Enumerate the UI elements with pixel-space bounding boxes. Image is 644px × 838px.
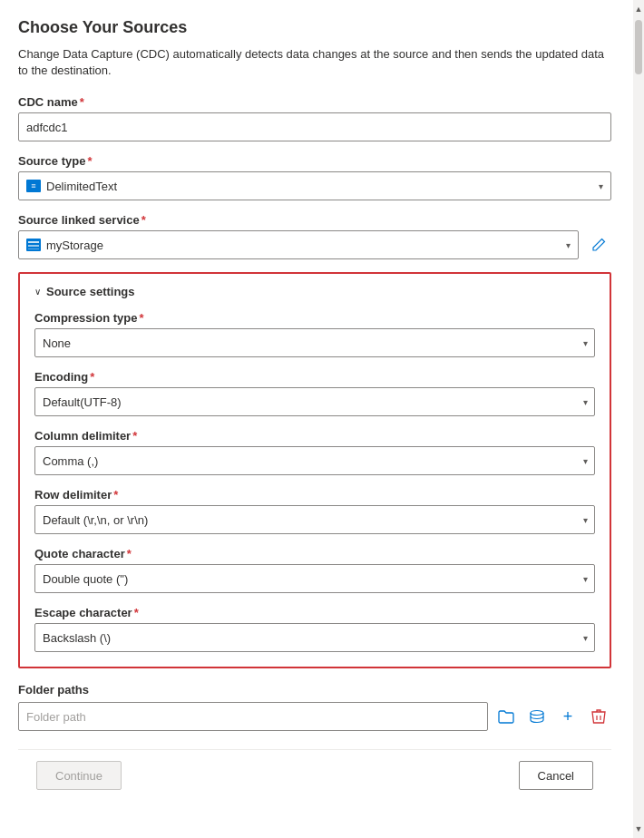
column-delimiter-field-group: Column delimiter * Comma (,) ▾ (34, 429, 595, 475)
storage-icon (26, 239, 41, 251)
source-linked-service-label: Source linked service * (18, 213, 611, 227)
escape-required: * (134, 606, 139, 619)
folder-path-row: + (18, 702, 611, 731)
cdc-name-required: * (80, 95, 84, 109)
svg-rect-2 (28, 245, 39, 247)
column-delimiter-required: * (132, 429, 137, 443)
bottom-bar: Continue Cancel (18, 749, 611, 801)
page-title: Choose Your Sources (18, 18, 611, 37)
column-delimiter-label: Column delimiter * (34, 429, 595, 443)
escape-character-label: Escape character * (34, 606, 595, 619)
linked-service-select[interactable]: myStorage ▾ (18, 230, 579, 259)
folder-paths-section: Folder paths + (18, 683, 611, 731)
add-icon: + (563, 708, 573, 725)
row-delimiter-field-group: Row delimiter * Default (\r,\n, or \r\n)… (34, 488, 595, 534)
escape-character-field-group: Escape character * Backslash (\) ▾ (34, 606, 595, 652)
row-delimiter-wrapper: Default (\r,\n, or \r\n) ▾ (34, 505, 595, 534)
compression-type-select[interactable]: None (34, 328, 595, 357)
quote-character-label: Quote character * (34, 547, 595, 560)
escape-character-wrapper: Backslash (\) ▾ (34, 623, 595, 652)
encoding-field-group: Encoding * Default(UTF-8) ▾ (34, 370, 595, 416)
cdc-name-field-group: CDC name * (18, 95, 611, 141)
delete-folder-path-button[interactable] (586, 704, 611, 729)
encoding-label: Encoding * (34, 370, 595, 384)
column-delimiter-wrapper: Comma (,) ▾ (34, 446, 595, 475)
quote-required: * (127, 547, 132, 560)
page-container: Choose Your Sources Change Data Capture … (0, 0, 644, 838)
compression-type-field-group: Compression type * None ▾ (34, 311, 595, 357)
source-type-required: * (87, 154, 92, 168)
row-delimiter-select[interactable]: Default (\r,\n, or \r\n) (34, 505, 595, 534)
scroll-down-arrow[interactable]: ▼ (633, 822, 644, 836)
cdc-name-label: CDC name * (18, 95, 611, 109)
compression-type-wrapper: None ▾ (34, 328, 595, 357)
row-delimiter-required: * (113, 488, 118, 502)
browse-dataset-button[interactable] (524, 704, 550, 729)
cancel-button[interactable]: Cancel (519, 761, 593, 790)
svg-point-4 (531, 711, 543, 716)
scrollbar-thumb[interactable] (635, 20, 642, 74)
encoding-select[interactable]: Default(UTF-8) (34, 387, 595, 416)
linked-service-row: myStorage ▾ (18, 230, 611, 259)
folder-paths-label: Folder paths (18, 683, 611, 697)
quote-character-field-group: Quote character * Double quote (") ▾ (34, 547, 595, 593)
source-settings-box: ∨ Source settings Compression type * Non… (18, 272, 611, 668)
encoding-required: * (90, 370, 94, 384)
folder-path-input[interactable] (18, 702, 488, 731)
add-folder-path-button[interactable]: + (555, 704, 581, 729)
escape-character-select[interactable]: Backslash (\) (34, 623, 595, 652)
encoding-wrapper: Default(UTF-8) ▾ (34, 387, 595, 416)
linked-service-value: myStorage (46, 239, 103, 252)
source-settings-chevron: ∨ (34, 287, 41, 297)
browse-folder-button[interactable] (493, 704, 519, 729)
page-description: Change Data Capture (CDC) automatically … (18, 46, 611, 79)
svg-rect-3 (28, 248, 39, 249)
source-settings-label: Source settings (46, 285, 135, 298)
source-linked-service-required: * (141, 213, 146, 227)
column-delimiter-select[interactable]: Comma (,) (34, 446, 595, 475)
continue-button: Continue (36, 761, 122, 790)
source-type-field-group: Source type * ≡ DelimitedText ▾ (18, 154, 611, 200)
source-linked-service-field-group: Source linked service * myStorage ▾ (18, 213, 611, 259)
linked-service-chevron: ▾ (566, 240, 571, 250)
cdc-name-input[interactable] (18, 112, 611, 141)
delimited-text-icon: ≡ (26, 180, 41, 192)
main-content: Choose Your Sources Change Data Capture … (0, 0, 633, 838)
compression-required: * (139, 311, 143, 325)
quote-character-select[interactable]: Double quote (") (34, 564, 595, 593)
source-type-value: DelimitedText (46, 180, 117, 193)
compression-type-label: Compression type * (34, 311, 595, 325)
row-delimiter-label: Row delimiter * (34, 488, 595, 502)
edit-linked-service-button[interactable] (586, 232, 611, 258)
source-settings-header[interactable]: ∨ Source settings (34, 285, 595, 298)
svg-rect-1 (28, 241, 39, 243)
scroll-up-arrow[interactable]: ▲ (633, 2, 644, 16)
scrollbar[interactable]: ▲ ▼ (633, 0, 644, 838)
source-type-chevron: ▾ (599, 181, 603, 191)
source-type-select[interactable]: ≡ DelimitedText ▾ (18, 171, 611, 200)
quote-character-wrapper: Double quote (") ▾ (34, 564, 595, 593)
source-type-label: Source type * (18, 154, 611, 168)
